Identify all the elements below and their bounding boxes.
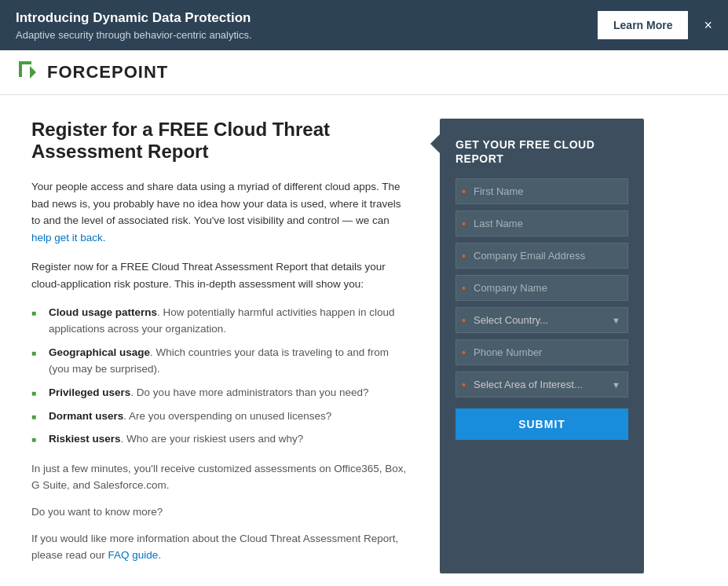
footer-paragraph-3: If you would like more information about… <box>31 530 408 564</box>
banner-close-button[interactable]: × <box>704 18 712 32</box>
main-content: Register for a FREE Cloud Threat Assessm… <box>0 95 728 586</box>
faq-link[interactable]: FAQ guide <box>108 549 159 561</box>
list-item-text: Privileged users. Do you have more admin… <box>49 384 368 401</box>
intro-text-content: Your people access and share data using … <box>31 181 401 226</box>
registration-form-panel: GET YOUR FREE CLOUD REPORT • • • • • Sel… <box>440 119 644 573</box>
list-item-text: Geographical usage. Which countries your… <box>49 344 408 378</box>
feature-list: Cloud usage patterns. How potentially ha… <box>31 304 408 448</box>
intro-paragraph: Your people access and share data using … <box>31 178 408 246</box>
footer-paragraph-2: Do you want to know more? <box>31 504 408 521</box>
submit-button[interactable]: SUBMIT <box>455 408 628 440</box>
logo: FORCEPOINT <box>19 61 168 83</box>
promo-banner: Introducing Dynamic Data Protection Adap… <box>0 0 728 50</box>
list-item-text: Dormant users. Are you overspending on u… <box>49 408 331 425</box>
list-item-text: Cloud usage patterns. How potentially ha… <box>49 304 408 338</box>
list-item: Riskiest users. Who are your riskiest us… <box>31 430 408 448</box>
email-field: • <box>455 243 628 269</box>
footer-text-after: . <box>158 549 161 561</box>
phone-field: • <box>455 339 628 365</box>
country-select[interactable]: Select Country... United States United K… <box>455 307 628 333</box>
first-name-input[interactable] <box>455 178 628 204</box>
forcepoint-logo-icon <box>19 61 41 83</box>
list-item: Dormant users. Are you overspending on u… <box>31 408 408 425</box>
page-title: Register for a FREE Cloud Threat Assessm… <box>31 119 408 163</box>
svg-rect-1 <box>19 61 31 64</box>
list-item-text: Riskiest users. Who are your riskiest us… <box>49 430 303 448</box>
svg-marker-2 <box>30 66 36 79</box>
banner-title: Introducing Dynamic Data Protection <box>16 10 582 26</box>
learn-more-button[interactable]: Learn More <box>598 11 688 39</box>
footer-paragraph-1: In just a few minutes, you'll receive cu… <box>31 460 408 494</box>
phone-input[interactable] <box>455 339 628 365</box>
list-item: Privileged users. Do you have more admin… <box>31 384 408 401</box>
company-name-input[interactable] <box>455 275 628 301</box>
last-name-input[interactable] <box>455 211 628 236</box>
last-name-field: • <box>455 211 628 236</box>
logo-text: FORCEPOINT <box>47 62 168 82</box>
list-item: Geographical usage. Which countries your… <box>31 344 408 378</box>
form-title: GET YOUR FREE CLOUD REPORT <box>455 137 628 166</box>
banner-text-block: Introducing Dynamic Data Protection Adap… <box>16 10 582 41</box>
register-paragraph: Register now for a FREE Cloud Threat Ass… <box>31 258 408 292</box>
country-field: • Select Country... United States United… <box>455 307 628 333</box>
banner-subtitle: Adaptive security through behavior-centr… <box>16 29 582 41</box>
list-item: Cloud usage patterns. How potentially ha… <box>31 304 408 338</box>
site-header: FORCEPOINT <box>0 50 728 95</box>
help-link[interactable]: help get it back. <box>31 232 106 244</box>
company-name-field: • <box>455 275 628 301</box>
email-input[interactable] <box>455 243 628 269</box>
area-of-interest-field: • Select Area of Interest... Cloud Secur… <box>455 372 628 397</box>
footer-text-before: If you would like more information about… <box>31 533 398 562</box>
content-area: Register for a FREE Cloud Threat Assessm… <box>31 119 408 573</box>
area-of-interest-select[interactable]: Select Area of Interest... Cloud Securit… <box>455 372 628 397</box>
first-name-field: • <box>455 178 628 204</box>
